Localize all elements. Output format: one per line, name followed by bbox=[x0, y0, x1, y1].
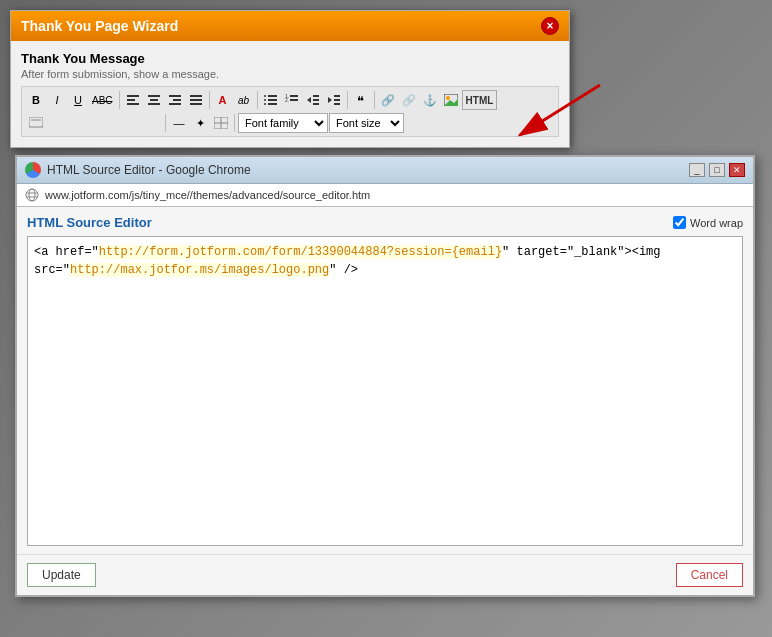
text-color-button[interactable]: A bbox=[213, 90, 233, 110]
decrease-indent-button[interactable] bbox=[303, 90, 323, 110]
wizard-close-button[interactable]: × bbox=[541, 17, 559, 35]
globe-icon bbox=[25, 188, 39, 202]
svg-rect-0 bbox=[127, 95, 139, 97]
svg-text:2.: 2. bbox=[285, 97, 289, 103]
svg-rect-5 bbox=[148, 103, 160, 105]
svg-marker-32 bbox=[444, 99, 458, 106]
editor-toolbar: B I U ABC bbox=[21, 86, 559, 137]
font-family-select[interactable]: Font family bbox=[238, 113, 328, 133]
svg-rect-2 bbox=[127, 103, 139, 105]
source-editor-dialog: HTML Source Editor - Google Chrome _ □ ✕… bbox=[15, 155, 755, 597]
html-source-button[interactable]: HTML bbox=[462, 90, 498, 110]
code-src-value: http://max.jotfor.ms/images/logo.png bbox=[70, 263, 329, 277]
toolbar-separator-3 bbox=[257, 91, 258, 109]
svg-rect-15 bbox=[268, 99, 277, 101]
toolbar-separator-2 bbox=[209, 91, 210, 109]
link-button[interactable]: 🔗 bbox=[378, 90, 398, 110]
align-left-icon bbox=[127, 94, 139, 106]
source-editor-titlebar: HTML Source Editor - Google Chrome _ □ ✕ bbox=[17, 157, 753, 184]
svg-point-14 bbox=[264, 99, 266, 101]
justify-icon bbox=[190, 94, 202, 106]
source-editor-header: HTML Source Editor Word wrap bbox=[27, 215, 743, 230]
cancel-button[interactable]: Cancel bbox=[676, 563, 743, 587]
toolbar-btn-8[interactable] bbox=[211, 113, 231, 133]
align-right-icon bbox=[169, 94, 181, 106]
align-center-icon bbox=[148, 94, 160, 106]
wizard-section-title: Thank You Message bbox=[21, 51, 559, 66]
svg-rect-27 bbox=[334, 95, 340, 97]
svg-rect-28 bbox=[334, 99, 340, 101]
increase-indent-icon bbox=[328, 94, 340, 106]
svg-point-31 bbox=[446, 96, 450, 100]
toolbar-row-2: — ✦ Font family Font size bbox=[26, 113, 554, 133]
toolbar-btn-7[interactable]: ✦ bbox=[190, 113, 210, 133]
align-center-button[interactable] bbox=[144, 90, 164, 110]
minimize-button[interactable]: _ bbox=[689, 163, 705, 177]
bullet-list-icon bbox=[264, 94, 278, 106]
maximize-button[interactable]: □ bbox=[709, 163, 725, 177]
table-icon bbox=[214, 117, 228, 129]
toolbar-btn-3[interactable] bbox=[76, 113, 104, 133]
justify-button[interactable] bbox=[186, 90, 206, 110]
toolbar-btn-6[interactable]: — bbox=[169, 113, 189, 133]
bold-button[interactable]: B bbox=[26, 90, 46, 110]
anchor-button[interactable]: ⚓ bbox=[420, 90, 440, 110]
svg-rect-33 bbox=[29, 117, 43, 127]
edit-icon bbox=[29, 117, 43, 129]
update-button[interactable]: Update bbox=[27, 563, 96, 587]
close-button[interactable]: ✕ bbox=[729, 163, 745, 177]
source-editor-heading: HTML Source Editor bbox=[27, 215, 152, 230]
image-button[interactable] bbox=[441, 90, 461, 110]
wizard-section-desc: After form submission, show a message. bbox=[21, 68, 559, 80]
word-wrap-checkbox[interactable] bbox=[673, 216, 686, 229]
html-source-textarea[interactable]: <a href="http://form.jotform.com/form/13… bbox=[27, 236, 743, 546]
svg-rect-6 bbox=[169, 95, 181, 97]
svg-rect-4 bbox=[150, 99, 158, 101]
toolbar-separator-4 bbox=[347, 91, 348, 109]
blockquote-button[interactable]: ❝ bbox=[351, 90, 371, 110]
word-wrap-label[interactable]: Word wrap bbox=[673, 216, 743, 229]
window-control-buttons: _ □ ✕ bbox=[689, 163, 745, 177]
toolbar-separator-6 bbox=[165, 114, 166, 132]
svg-rect-8 bbox=[169, 103, 181, 105]
code-tag-src: src=" bbox=[34, 263, 70, 277]
edit-button[interactable] bbox=[26, 113, 46, 133]
svg-rect-19 bbox=[290, 95, 298, 97]
svg-rect-7 bbox=[173, 99, 181, 101]
align-left-button[interactable] bbox=[123, 90, 143, 110]
toolbar-btn-2[interactable] bbox=[47, 113, 75, 133]
italic-button[interactable]: I bbox=[47, 90, 67, 110]
wizard-modal: Thank You Page Wizard × Thank You Messag… bbox=[10, 10, 570, 148]
increase-indent-button[interactable] bbox=[324, 90, 344, 110]
wizard-title: Thank You Page Wizard bbox=[21, 18, 178, 34]
svg-marker-22 bbox=[307, 97, 311, 103]
code-tag-close: " /> bbox=[329, 263, 358, 277]
svg-rect-24 bbox=[313, 99, 319, 101]
address-url: www.jotform.com/js/tiny_mce//themes/adva… bbox=[45, 189, 370, 201]
strikethrough-button[interactable]: ABC bbox=[89, 90, 116, 110]
source-editor-body: HTML Source Editor Word wrap <a href="ht… bbox=[17, 207, 753, 554]
numbered-list-button[interactable]: 1. 2. bbox=[282, 90, 302, 110]
toolbar-btn-5[interactable] bbox=[134, 113, 162, 133]
toolbar-btn-4[interactable] bbox=[105, 113, 133, 133]
address-bar: www.jotform.com/js/tiny_mce//themes/adva… bbox=[17, 184, 753, 207]
align-right-button[interactable] bbox=[165, 90, 185, 110]
unlink-button[interactable]: 🔗 bbox=[399, 90, 419, 110]
code-tag-open: <a href=" bbox=[34, 245, 99, 259]
wizard-titlebar: Thank You Page Wizard × bbox=[11, 11, 569, 41]
svg-rect-11 bbox=[190, 103, 202, 105]
source-editor-window-title: HTML Source Editor - Google Chrome bbox=[47, 163, 251, 177]
svg-point-41 bbox=[29, 189, 35, 201]
svg-rect-3 bbox=[148, 95, 160, 97]
underline-button[interactable]: U bbox=[68, 90, 88, 110]
source-editor-title-left: HTML Source Editor - Google Chrome bbox=[25, 162, 251, 178]
toolbar-separator-7 bbox=[234, 114, 235, 132]
svg-rect-1 bbox=[127, 99, 135, 101]
highlight-button[interactable]: ab bbox=[234, 90, 254, 110]
decrease-indent-icon bbox=[307, 94, 319, 106]
font-size-select[interactable]: Font size bbox=[329, 113, 404, 133]
svg-rect-9 bbox=[190, 95, 202, 97]
svg-point-40 bbox=[26, 189, 38, 201]
bullet-list-button[interactable] bbox=[261, 90, 281, 110]
svg-rect-21 bbox=[290, 99, 298, 101]
